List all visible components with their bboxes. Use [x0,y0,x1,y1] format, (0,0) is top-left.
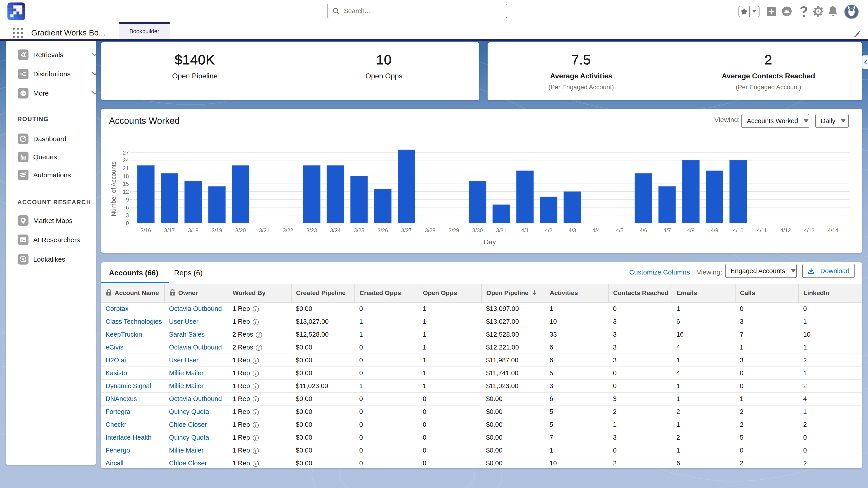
svg-text:3/25: 3/25 [354,227,364,233]
svg-text:3/20: 3/20 [235,227,246,233]
svg-text:3/28: 3/28 [425,227,436,233]
svg-text:9: 9 [126,197,129,203]
svg-text:4/4: 4/4 [592,227,600,233]
svg-text:3/21: 3/21 [259,227,270,233]
svg-text:12: 12 [123,189,129,195]
svg-text:6: 6 [126,204,129,210]
svg-text:15: 15 [123,181,129,187]
svg-text:3/27: 3/27 [401,227,412,233]
svg-text:3/16: 3/16 [141,227,151,233]
svg-text:Day: Day [484,238,496,246]
svg-text:4/11: 4/11 [757,227,767,233]
svg-text:3/22: 3/22 [283,227,293,233]
svg-text:4/3: 4/3 [568,227,576,233]
svg-text:0: 0 [126,220,129,226]
svg-text:21: 21 [123,165,129,171]
svg-text:3/17: 3/17 [164,227,175,233]
svg-text:3: 3 [126,212,129,218]
svg-text:3/19: 3/19 [212,227,222,233]
svg-text:4/8: 4/8 [687,227,694,233]
svg-text:4/13: 4/13 [804,227,815,233]
svg-text:4/2: 4/2 [545,227,552,233]
svg-text:4/5: 4/5 [616,227,623,233]
svg-text:Number of Accounts: Number of Accounts [110,161,117,216]
svg-text:4/1: 4/1 [521,227,529,233]
svg-text:24: 24 [123,157,129,163]
svg-text:4/7: 4/7 [663,227,671,233]
svg-text:18: 18 [123,173,129,179]
svg-text:4/14: 4/14 [828,227,838,233]
svg-text:4/12: 4/12 [780,227,791,233]
svg-text:4/9: 4/9 [711,227,718,233]
svg-text:3/26: 3/26 [377,227,388,233]
svg-text:3/23: 3/23 [306,227,317,233]
svg-text:4/6: 4/6 [640,227,647,233]
svg-text:3/29: 3/29 [448,227,459,233]
svg-text:3/18: 3/18 [188,227,198,233]
svg-text:27: 27 [123,150,129,156]
svg-text:3/30: 3/30 [472,227,483,233]
svg-text:3/31: 3/31 [496,227,506,233]
svg-text:4/10: 4/10 [733,227,743,233]
svg-text:3/24: 3/24 [330,227,341,233]
